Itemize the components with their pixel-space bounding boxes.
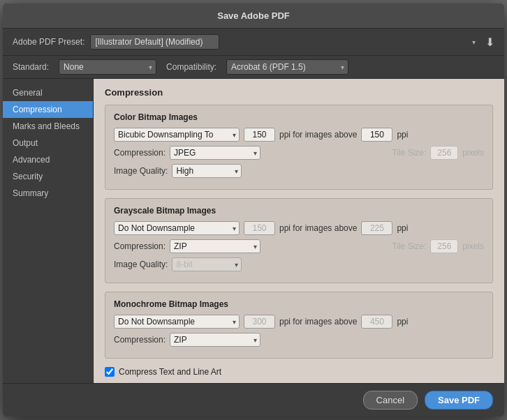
mono-compression-label: Compression:	[114, 335, 166, 345]
sidebar-item-summary[interactable]: Summary	[3, 185, 93, 202]
compatibility-label: Compatibility:	[166, 62, 216, 72]
color-quality-label: Image Quality:	[114, 166, 168, 176]
color-ppi-above-label: ppi for images above	[279, 130, 357, 140]
mono-downsampling-select[interactable]: Do Not Downsample	[114, 315, 240, 329]
sidebar-item-output[interactable]: Output	[3, 135, 93, 151]
compress-label[interactable]: Compress Text and Line Art	[119, 367, 221, 377]
compress-checkbox-row: Compress Text and Line Art	[105, 367, 493, 377]
grayscale-bitmap-section: Grayscale Bitmap Images Do Not Downsampl…	[105, 198, 493, 283]
color-compression-select[interactable]: JPEG	[170, 146, 260, 160]
preset-select[interactable]: [Illustrator Default] (Modified)	[90, 34, 219, 50]
grayscale-quality-row: Image Quality: 8-bit	[114, 257, 484, 271]
cancel-button[interactable]: Cancel	[363, 391, 418, 410]
mono-compression-wrapper: ZIP	[170, 333, 260, 347]
main-area: General Compression Marks and Bleeds Out…	[3, 79, 504, 383]
grayscale-tile-size-unit: pixels	[462, 241, 484, 251]
standard-compat-bar: Standard: None Compatibility: Acrobat 6 …	[3, 56, 504, 79]
preset-label: Adobe PDF Preset:	[13, 37, 84, 47]
color-downsampling-select[interactable]: Bicubic Downsampling To	[114, 128, 240, 142]
standard-select[interactable]: None	[59, 59, 156, 75]
color-compression-row: Compression: JPEG Tile Size: pixels	[114, 146, 484, 160]
mono-ppi-above-label: ppi for images above	[279, 317, 357, 327]
grayscale-ppi-above-label: ppi for images above	[279, 223, 357, 233]
color-tile-size-input	[430, 146, 458, 160]
grayscale-tile-size-label: Tile Size:	[392, 241, 426, 251]
save-pdf-button[interactable]: Save PDF	[425, 391, 493, 410]
grayscale-downsampling-row: Do Not Downsample ppi for images above p…	[114, 221, 484, 235]
section-title: Compression	[105, 87, 493, 98]
color-ppi-above-input[interactable]	[361, 128, 392, 142]
compatibility-select[interactable]: Acrobat 6 (PDF 1.5)	[226, 59, 348, 75]
color-quality-select[interactable]: High	[172, 164, 242, 178]
color-compression-wrapper: JPEG	[170, 146, 260, 160]
grayscale-ppi-unit: ppi	[397, 223, 408, 233]
grayscale-compression-label: Compression:	[114, 241, 166, 251]
sidebar-item-security[interactable]: Security	[3, 168, 93, 185]
sidebar-item-marks-and-bleeds[interactable]: Marks and Bleeds	[3, 118, 93, 135]
download-icon[interactable]: ⬇	[485, 36, 494, 49]
color-ppi-input[interactable]	[244, 128, 275, 142]
color-downsampling-wrapper: Bicubic Downsampling To	[114, 128, 240, 142]
mono-ppi-unit: ppi	[397, 317, 408, 327]
grayscale-quality-select[interactable]: 8-bit	[172, 257, 242, 271]
preset-select-wrapper: [Illustrator Default] (Modified)	[90, 34, 480, 50]
dialog-title: Save Adobe PDF	[217, 10, 290, 21]
color-tile-size-label: Tile Size:	[392, 148, 426, 158]
color-tile-size-unit: pixels	[462, 148, 484, 158]
mono-downsampling-row: Do Not Downsample ppi for images above p…	[114, 315, 484, 329]
grayscale-compression-select[interactable]: ZIP	[170, 239, 260, 253]
color-quality-wrapper: High	[172, 164, 242, 178]
grayscale-downsampling-select[interactable]: Do Not Downsample	[114, 221, 240, 235]
mono-ppi-input[interactable]	[244, 315, 275, 329]
save-pdf-dialog: Save Adobe PDF Adobe PDF Preset: [Illust…	[3, 3, 504, 417]
color-bitmap-section: Color Bitmap Images Bicubic Downsampling…	[105, 105, 493, 190]
grayscale-quality-label: Image Quality:	[114, 260, 168, 269]
title-bar: Save Adobe PDF	[3, 3, 504, 29]
grayscale-tile-size-input	[430, 239, 458, 253]
color-compression-label: Compression:	[114, 148, 166, 158]
standard-select-wrapper: None	[59, 59, 156, 75]
compress-checkbox[interactable]	[105, 367, 115, 377]
compat-select-wrapper: Acrobat 6 (PDF 1.5)	[226, 59, 348, 75]
color-bitmap-title: Color Bitmap Images	[114, 112, 484, 122]
preset-bar: Adobe PDF Preset: [Illustrator Default] …	[3, 29, 504, 56]
grayscale-bitmap-title: Grayscale Bitmap Images	[114, 206, 484, 216]
footer: Cancel Save PDF	[3, 383, 504, 417]
color-downsampling-row: Bicubic Downsampling To ppi for images a…	[114, 128, 484, 142]
mono-bitmap-title: Monochrome Bitmap Images	[114, 299, 484, 309]
grayscale-ppi-input[interactable]	[244, 221, 275, 235]
mono-downsampling-wrapper: Do Not Downsample	[114, 315, 240, 329]
mono-compression-select[interactable]: ZIP	[170, 333, 260, 347]
color-ppi-unit: ppi	[397, 130, 408, 140]
sidebar: General Compression Marks and Bleeds Out…	[3, 79, 94, 383]
grayscale-ppi-above-input[interactable]	[361, 221, 392, 235]
standard-label: Standard:	[13, 62, 49, 72]
color-quality-row: Image Quality: High	[114, 164, 484, 178]
grayscale-compression-row: Compression: ZIP Tile Size: pixels	[114, 239, 484, 253]
mono-compression-row: Compression: ZIP	[114, 333, 484, 347]
sidebar-item-general[interactable]: General	[3, 84, 93, 101]
mono-ppi-above-input[interactable]	[361, 315, 392, 329]
grayscale-downsampling-wrapper: Do Not Downsample	[114, 221, 240, 235]
grayscale-compression-wrapper: ZIP	[170, 239, 260, 253]
sidebar-item-advanced[interactable]: Advanced	[3, 151, 93, 168]
mono-bitmap-section: Monochrome Bitmap Images Do Not Downsamp…	[105, 292, 493, 359]
content-area: Compression Color Bitmap Images Bicubic …	[94, 79, 504, 383]
sidebar-item-compression[interactable]: Compression	[3, 101, 93, 118]
grayscale-quality-wrapper: 8-bit	[172, 257, 242, 271]
